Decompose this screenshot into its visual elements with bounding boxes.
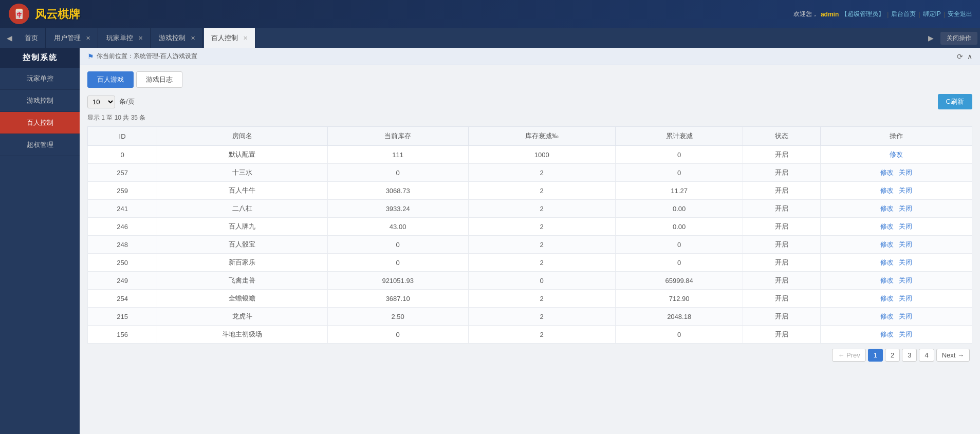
action-修改-btn[interactable]: 修改 — [880, 258, 894, 266]
action-修改-btn[interactable]: 修改 — [880, 276, 894, 284]
nav-tab-game-ctrl[interactable]: 游戏控制 ✕ — [152, 28, 203, 48]
cell-1-row-2: 百人牛牛 — [157, 182, 328, 200]
close-op-button[interactable]: 关闭操作 — [940, 32, 977, 45]
action-关闭-btn[interactable]: 关闭 — [899, 312, 912, 320]
sidebar: 控制系统 玩家单控 游戏控制 百人控制 超权管理 — [0, 48, 80, 434]
cell-4-row-2: 11.27 — [615, 182, 743, 200]
action-关闭-btn[interactable]: 关闭 — [899, 168, 912, 176]
cell-0-row-0: 0 — [88, 146, 157, 164]
nav-tab-game-ctrl-label: 游戏控制 — [159, 33, 186, 43]
cell-1-row-6: 新百家乐 — [157, 254, 328, 272]
nav-tab-home[interactable]: 首页 — [17, 28, 46, 48]
action-修改-btn[interactable]: 修改 — [880, 240, 894, 248]
cell-3-row-1: 2 — [468, 164, 615, 182]
sidebar-item-super-admin[interactable]: 超权管理 — [0, 134, 80, 156]
home-link[interactable]: 后台首页 — [891, 10, 916, 18]
cell-1-row-9: 龙虎斗 — [157, 308, 328, 326]
cell-4-row-8: 712.90 — [615, 290, 743, 308]
table-row: 259百人牛牛3068.73211.27开启修改 关闭 — [88, 182, 972, 200]
action-修改-btn[interactable]: 修改 — [880, 330, 894, 338]
action-修改-btn[interactable]: 修改 — [880, 204, 894, 212]
table-row: 241二八杠3933.2420.00开启修改 关闭 — [88, 200, 972, 218]
nav-back-arrow[interactable]: ◀ — [3, 32, 16, 44]
tabs: 百人游戏 游戏日志 — [87, 71, 972, 88]
cell-4-row-1: 0 — [615, 164, 743, 182]
refresh-button[interactable]: C刷新 — [938, 94, 972, 109]
cell-0-row-10: 156 — [88, 326, 157, 344]
cell-1-row-5: 百人骰宝 — [157, 236, 328, 254]
cell-3-row-0: 1000 — [468, 146, 615, 164]
breadcrumb-collapse-btn[interactable]: ∧ — [967, 52, 972, 61]
action-关闭-btn[interactable]: 关闭 — [899, 186, 912, 194]
cell-0-row-1: 257 — [88, 164, 157, 182]
action-关闭-btn[interactable]: 关闭 — [899, 294, 912, 302]
action-关闭-btn[interactable]: 关闭 — [899, 204, 912, 212]
next-page-btn[interactable]: Next → — [936, 349, 970, 362]
nav-tab-hundred-ctrl[interactable]: 百人控制 ✕ — [204, 28, 255, 48]
cell-5-row-8: 开启 — [743, 290, 820, 308]
action-修改-btn[interactable]: 修改 — [880, 222, 894, 230]
cell-2-row-9: 2.50 — [327, 308, 468, 326]
sidebar-item-hundred-control[interactable]: 百人控制 — [0, 112, 80, 134]
nav-tab-player-ctrl[interactable]: 玩家单控 ✕ — [99, 28, 151, 48]
breadcrumb-refresh-btn[interactable]: ⟳ — [957, 52, 963, 61]
cell-4-row-3: 0.00 — [615, 200, 743, 218]
action-关闭-btn[interactable]: 关闭 — [899, 240, 912, 248]
navbar-right: ▶ 关闭操作 — [924, 32, 977, 45]
nav-tab-hundred-ctrl-close[interactable]: ✕ — [243, 35, 248, 42]
tab-hundred-game[interactable]: 百人游戏 — [87, 71, 134, 88]
nav-tab-user-mgmt[interactable]: 用户管理 ✕ — [47, 28, 98, 48]
cell-action-row-2: 修改 关闭 — [820, 182, 972, 200]
action-修改-btn[interactable]: 修改 — [880, 168, 894, 176]
logout-link[interactable]: 安全退出 — [948, 10, 972, 18]
nav-tab-user-mgmt-close[interactable]: ✕ — [86, 35, 90, 42]
nav-forward-arrow[interactable]: ▶ — [924, 32, 938, 44]
cell-1-row-8: 全蟾银蟾 — [157, 290, 328, 308]
cell-1-row-3: 二八杠 — [157, 200, 328, 218]
table-row: 0默认配置11110000开启修改 — [88, 146, 972, 164]
action-修改-btn[interactable]: 修改 — [880, 312, 894, 320]
tab-game-log[interactable]: 游戏日志 — [136, 71, 182, 88]
cell-0-row-2: 259 — [88, 182, 157, 200]
page-2-btn[interactable]: 2 — [885, 349, 900, 362]
bind-ip-link[interactable]: 绑定IP — [923, 10, 941, 18]
cell-4-row-4: 0.00 — [615, 218, 743, 236]
action-关闭-btn[interactable]: 关闭 — [899, 222, 912, 230]
action-修改-btn[interactable]: 修改 — [890, 150, 903, 158]
header: 🀄 风云棋牌 欢迎您， admin 【超级管理员】 | 后台首页 | 绑定IP … — [0, 0, 980, 28]
page-4-btn[interactable]: 4 — [919, 349, 934, 362]
cell-0-row-3: 241 — [88, 200, 157, 218]
cell-5-row-7: 开启 — [743, 272, 820, 290]
cell-1-row-10: 斗地主初级场 — [157, 326, 328, 344]
cell-2-row-2: 3068.73 — [327, 182, 468, 200]
cell-5-row-1: 开启 — [743, 164, 820, 182]
logo: 🀄 风云棋牌 — [8, 3, 80, 26]
table-row: 248百人骰宝020开启修改 关闭 — [88, 236, 972, 254]
action-关闭-btn[interactable]: 关闭 — [899, 258, 912, 266]
action-修改-btn[interactable]: 修改 — [880, 186, 894, 194]
per-page-label: 条/页 — [119, 97, 135, 106]
cell-0-row-9: 215 — [88, 308, 157, 326]
cell-1-row-1: 十三水 — [157, 164, 328, 182]
sidebar-title: 控制系统 — [0, 48, 80, 68]
page-1-btn[interactable]: 1 — [868, 349, 883, 362]
action-关闭-btn[interactable]: 关闭 — [899, 330, 912, 338]
cell-1-row-7: 飞禽走兽 — [157, 272, 328, 290]
sidebar-item-game-control[interactable]: 游戏控制 — [0, 90, 80, 112]
sidebar-item-player-single[interactable]: 玩家单控 — [0, 68, 80, 90]
cell-4-row-6: 0 — [615, 254, 743, 272]
table-row: 215龙虎斗2.5022048.18开启修改 关闭 — [88, 308, 972, 326]
per-page-select[interactable]: 10 20 50 100 — [87, 96, 115, 108]
table-row: 250新百家乐020开启修改 关闭 — [88, 254, 972, 272]
page-3-btn[interactable]: 3 — [902, 349, 917, 362]
header-right: 欢迎您， admin 【超级管理员】 | 后台首页 | 绑定IP | 安全退出 — [793, 10, 972, 18]
user-role: 【超级管理员】 — [841, 10, 884, 18]
cell-0-row-4: 246 — [88, 218, 157, 236]
action-关闭-btn[interactable]: 关闭 — [899, 276, 912, 284]
table-row: 249飞禽走兽921051.93065999.84开启修改 关闭 — [88, 272, 972, 290]
action-修改-btn[interactable]: 修改 — [880, 294, 894, 302]
cell-0-row-7: 249 — [88, 272, 157, 290]
prev-page-btn[interactable]: ← Prev — [832, 349, 865, 362]
nav-tab-player-ctrl-close[interactable]: ✕ — [138, 35, 143, 42]
nav-tab-game-ctrl-close[interactable]: ✕ — [191, 35, 195, 42]
